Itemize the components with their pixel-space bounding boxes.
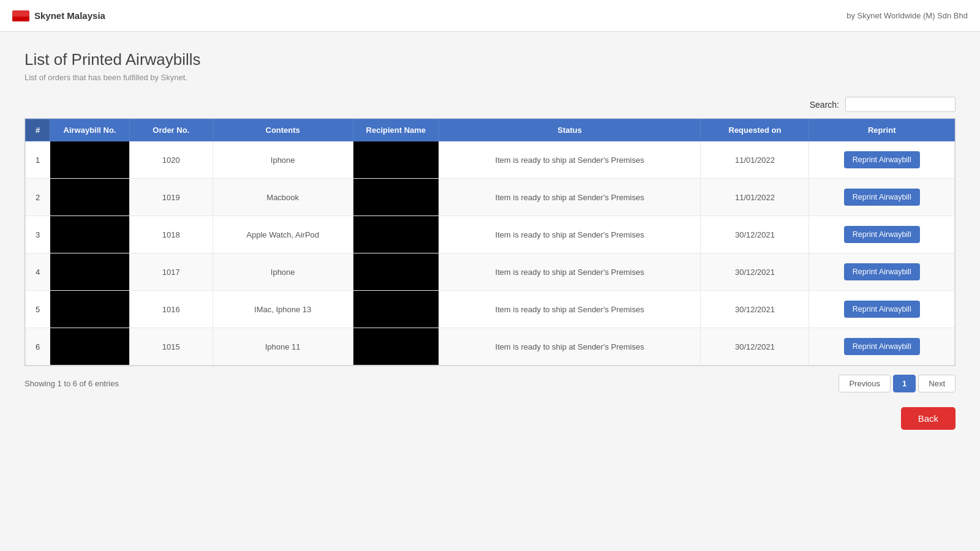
- cell-airwaybill: [50, 141, 130, 179]
- cell-status: Item is ready to ship at Sender's Premis…: [439, 141, 701, 179]
- table-footer: Showing 1 to 6 of 6 entries Previous 1 N…: [24, 375, 956, 392]
- page-title: List of Printed Airwaybills: [24, 50, 956, 69]
- cell-requested: 30/12/2021: [701, 216, 809, 253]
- table-row: 31018Apple Watch, AirPodItem is ready to…: [26, 216, 955, 253]
- cell-contents: Iphone: [213, 253, 353, 291]
- cell-reprint: Reprint Airwaybill: [809, 291, 955, 328]
- cell-order: 1016: [130, 291, 213, 328]
- cell-num: 4: [26, 253, 50, 291]
- col-requested: Requested on: [701, 119, 809, 141]
- cell-airwaybill: [50, 216, 130, 253]
- page-1-button[interactable]: 1: [893, 375, 916, 392]
- cell-airwaybill: [50, 328, 130, 365]
- cell-contents: IMac, Iphone 13: [213, 291, 353, 328]
- table-body: 11020IphoneItem is ready to ship at Send…: [26, 141, 955, 365]
- cell-reprint: Reprint Airwaybill: [809, 253, 955, 291]
- entries-info: Showing 1 to 6 of 6 entries: [24, 379, 119, 388]
- airwaybills-table: # Airwaybill No. Order No. Contents Reci…: [25, 119, 955, 365]
- cell-contents: Iphone: [213, 141, 353, 179]
- cell-order: 1018: [130, 216, 213, 253]
- search-label: Search:: [810, 100, 839, 110]
- cell-status: Item is ready to ship at Sender's Premis…: [439, 253, 701, 291]
- cell-airwaybill: [50, 253, 130, 291]
- table-row: 51016IMac, Iphone 13Item is ready to shi…: [26, 291, 955, 328]
- reprint-airwaybill-button[interactable]: Reprint Airwaybill: [844, 263, 920, 280]
- logo-area: Skynet Malaysia: [12, 10, 105, 21]
- cell-recipient: [353, 291, 439, 328]
- cell-contents: Apple Watch, AirPod: [213, 216, 353, 253]
- cell-num: 1: [26, 141, 50, 179]
- cell-num: 5: [26, 291, 50, 328]
- cell-contents: Iphone 11: [213, 328, 353, 365]
- cell-requested: 11/01/2022: [701, 179, 809, 216]
- table-row: 11020IphoneItem is ready to ship at Send…: [26, 141, 955, 179]
- cell-num: 6: [26, 328, 50, 365]
- cell-reprint: Reprint Airwaybill: [809, 179, 955, 216]
- cell-reprint: Reprint Airwaybill: [809, 141, 955, 179]
- table-row: 61015Iphone 11Item is ready to ship at S…: [26, 328, 955, 365]
- previous-button[interactable]: Previous: [839, 375, 891, 392]
- reprint-airwaybill-button[interactable]: Reprint Airwaybill: [844, 338, 920, 355]
- cell-recipient: [353, 216, 439, 253]
- cell-status: Item is ready to ship at Sender's Premis…: [439, 291, 701, 328]
- cell-requested: 11/01/2022: [701, 141, 809, 179]
- header-tagline: by Skynet Worldwide (M) Sdn Bhd: [846, 11, 968, 20]
- reprint-airwaybill-button[interactable]: Reprint Airwaybill: [844, 301, 920, 318]
- cell-recipient: [353, 253, 439, 291]
- page-subtitle: List of orders that has been fulfilled b…: [24, 73, 956, 82]
- brand-name: Skynet Malaysia: [34, 10, 105, 21]
- cell-requested: 30/12/2021: [701, 253, 809, 291]
- reprint-airwaybill-button[interactable]: Reprint Airwaybill: [844, 226, 920, 243]
- col-airwaybill: Airwaybill No.: [50, 119, 130, 141]
- col-status: Status: [439, 119, 701, 141]
- cell-order: 1020: [130, 141, 213, 179]
- header: Skynet Malaysia by Skynet Worldwide (M) …: [0, 0, 980, 32]
- cell-recipient: [353, 179, 439, 216]
- reprint-airwaybill-button[interactable]: Reprint Airwaybill: [844, 189, 920, 206]
- table-row: 41017IphoneItem is ready to ship at Send…: [26, 253, 955, 291]
- cell-airwaybill: [50, 179, 130, 216]
- cell-requested: 30/12/2021: [701, 291, 809, 328]
- table-row: 21019MacbookItem is ready to ship at Sen…: [26, 179, 955, 216]
- cell-requested: 30/12/2021: [701, 328, 809, 365]
- cell-status: Item is ready to ship at Sender's Premis…: [439, 179, 701, 216]
- col-contents: Contents: [213, 119, 353, 141]
- search-input[interactable]: [845, 97, 956, 112]
- cell-recipient: [353, 328, 439, 365]
- cell-recipient: [353, 141, 439, 179]
- pagination: Previous 1 Next: [839, 375, 956, 392]
- cell-status: Item is ready to ship at Sender's Premis…: [439, 328, 701, 365]
- cell-status: Item is ready to ship at Sender's Premis…: [439, 216, 701, 253]
- cell-reprint: Reprint Airwaybill: [809, 216, 955, 253]
- back-area: Back: [24, 407, 956, 430]
- col-order: Order No.: [130, 119, 213, 141]
- col-num: #: [26, 119, 50, 141]
- reprint-airwaybill-button[interactable]: Reprint Airwaybill: [844, 151, 920, 168]
- table-container: # Airwaybill No. Order No. Contents Reci…: [24, 118, 956, 366]
- table-header: # Airwaybill No. Order No. Contents Reci…: [26, 119, 955, 141]
- cell-contents: Macbook: [213, 179, 353, 216]
- cell-order: 1019: [130, 179, 213, 216]
- search-bar: Search:: [24, 97, 956, 112]
- back-button[interactable]: Back: [901, 407, 956, 430]
- cell-order: 1017: [130, 253, 213, 291]
- cell-order: 1015: [130, 328, 213, 365]
- col-reprint: Reprint: [809, 119, 955, 141]
- cell-reprint: Reprint Airwaybill: [809, 328, 955, 365]
- cell-airwaybill: [50, 291, 130, 328]
- logo-icon: [12, 10, 29, 21]
- col-recipient: Recipient Name: [353, 119, 439, 141]
- cell-num: 2: [26, 179, 50, 216]
- cell-num: 3: [26, 216, 50, 253]
- main-content: List of Printed Airwaybills List of orde…: [0, 32, 980, 448]
- next-button[interactable]: Next: [918, 375, 956, 392]
